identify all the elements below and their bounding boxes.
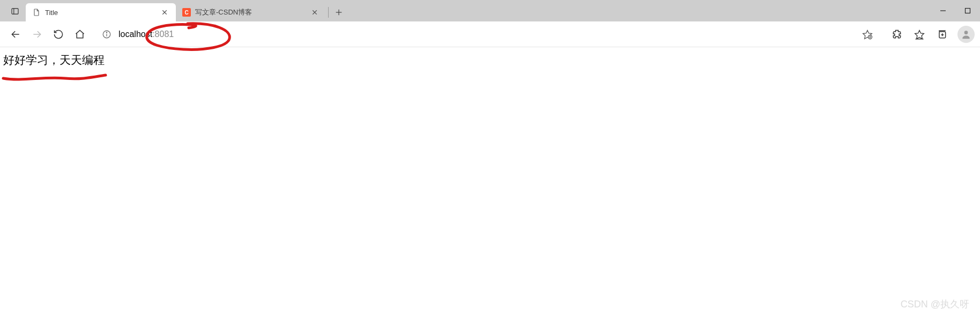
address-bar[interactable]: localhost:8081 <box>94 25 882 43</box>
site-info-icon[interactable] <box>101 29 112 40</box>
tab-title: Title <box>45 9 155 17</box>
close-icon[interactable] <box>310 8 320 17</box>
watermark: CSDN @执久呀 <box>901 298 969 311</box>
window-controls <box>931 0 980 21</box>
extensions-button[interactable] <box>887 24 907 45</box>
favorites-button[interactable] <box>909 24 930 45</box>
profile-button[interactable] <box>957 26 975 43</box>
tab-title: 写文章-CSDN博客 <box>195 8 306 17</box>
svg-rect-0 <box>12 9 18 14</box>
address-host: localhost <box>118 30 152 39</box>
tab-separator <box>328 7 329 18</box>
tab-inactive[interactable]: C 写文章-CSDN博客 <box>176 3 326 21</box>
csdn-icon: C <box>182 8 191 17</box>
svg-marker-19 <box>915 30 924 39</box>
file-icon <box>32 8 41 17</box>
minimize-button[interactable] <box>931 0 955 21</box>
close-icon[interactable] <box>160 8 169 17</box>
home-button[interactable] <box>70 24 90 45</box>
page-text: 好好学习，天天编程 <box>3 54 105 66</box>
right-tools <box>887 24 975 45</box>
svg-rect-9 <box>966 9 970 13</box>
toolbar: localhost:8081 <box>0 21 980 47</box>
back-button[interactable] <box>5 24 26 45</box>
address-port: :8081 <box>152 30 174 39</box>
tab-actions-button[interactable] <box>4 2 26 20</box>
tab-strip: Title C 写文章-CSDN博客 <box>0 0 980 21</box>
maximize-button[interactable] <box>955 0 980 21</box>
tab-active[interactable]: Title <box>26 3 176 21</box>
annotation-underline <box>1 72 108 85</box>
svg-point-24 <box>964 31 968 34</box>
new-tab-button[interactable] <box>331 4 347 20</box>
svg-point-14 <box>106 32 107 33</box>
address-text: localhost:8081 <box>118 30 859 39</box>
forward-button[interactable] <box>27 24 47 45</box>
refresh-button[interactable] <box>48 24 69 45</box>
collections-button[interactable] <box>932 24 952 45</box>
favorite-button[interactable] <box>859 26 875 42</box>
page-content: 好好学习，天天编程 <box>0 47 980 73</box>
